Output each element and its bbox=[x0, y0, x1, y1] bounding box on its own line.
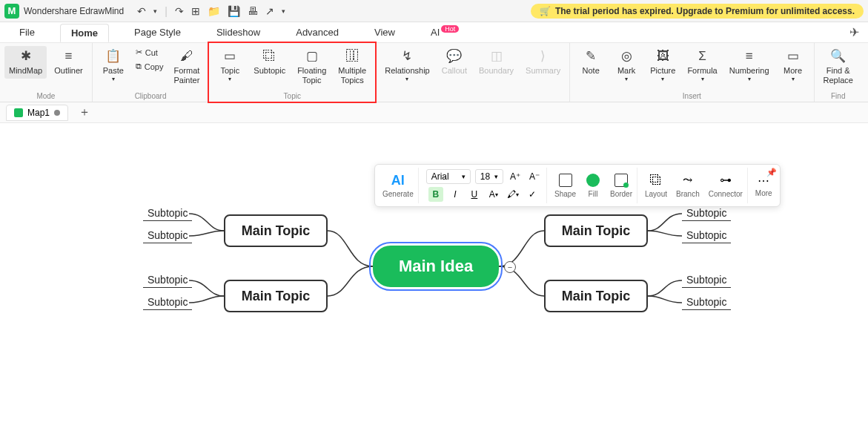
doc-tab-label: Map1 bbox=[27, 108, 50, 118]
numbering-button[interactable]: ≡Numbering▾ bbox=[725, 46, 774, 85]
group-label-topic: Topic bbox=[284, 91, 301, 102]
subtopic-node[interactable]: Subtopic bbox=[143, 229, 192, 243]
floating-topic-button[interactable]: ▢ Floating Topic bbox=[293, 46, 331, 88]
font-family-select[interactable]: Arial▾ bbox=[426, 169, 471, 184]
add-tab-button[interactable]: ＋ bbox=[74, 105, 95, 120]
font-color-button[interactable]: A▾ bbox=[486, 187, 501, 202]
topic-icon: ▭ bbox=[224, 49, 236, 64]
floating-toolbar: 📌 AI Generate Arial▾ 18▾ A⁺ A⁻ B I U A▾ … bbox=[374, 164, 781, 207]
cart-icon: 🛒 bbox=[540, 6, 551, 16]
relationship-button[interactable]: ↯ Relationship ▾ bbox=[380, 46, 434, 85]
find-replace-icon: 🔍 bbox=[830, 49, 846, 64]
picture-icon: 🖼 bbox=[657, 49, 669, 64]
trial-banner[interactable]: 🛒 The trial period has expired. Upgrade … bbox=[531, 4, 864, 19]
unsaved-indicator-icon bbox=[54, 110, 60, 116]
send-feedback-icon[interactable]: ✈ bbox=[849, 25, 859, 39]
paste-button[interactable]: 📋 Paste ▾ bbox=[97, 46, 130, 85]
main-topic-node[interactable]: Main Topic bbox=[544, 280, 648, 312]
canvas[interactable]: Main Idea − Main Topic Main Topic Main T… bbox=[0, 123, 868, 434]
outliner-mode-button[interactable]: ≡ Outliner bbox=[50, 46, 87, 79]
outliner-icon: ≡ bbox=[65, 49, 73, 64]
main-topic-node[interactable]: Main Topic bbox=[224, 280, 328, 312]
menu-view[interactable]: View bbox=[364, 24, 405, 41]
note-icon: ✎ bbox=[586, 49, 596, 64]
layout-icon[interactable]: ⿻ bbox=[650, 174, 662, 187]
subtopic-node[interactable]: Subtopic bbox=[143, 296, 192, 310]
subtopic-node[interactable]: Subtopic bbox=[143, 207, 192, 221]
main-topic-node[interactable]: Main Topic bbox=[544, 214, 648, 247]
increase-font-button[interactable]: A⁺ bbox=[508, 169, 523, 184]
menu-ai[interactable]: AIHot bbox=[420, 24, 469, 41]
boundary-button: ◫ Boundary bbox=[474, 46, 518, 79]
collapse-handle[interactable]: − bbox=[504, 261, 516, 273]
save-icon[interactable]: 💾 bbox=[228, 5, 240, 17]
multiple-topics-button[interactable]: ⿲ Multiple Topics bbox=[334, 46, 371, 88]
subtopic-node[interactable]: Subtopic bbox=[682, 296, 731, 310]
pin-icon[interactable]: 📌 bbox=[766, 168, 777, 177]
app-name: Wondershare EdrawMind bbox=[24, 6, 124, 16]
main-topic-node[interactable]: Main Topic bbox=[224, 214, 328, 247]
trial-text: The trial period has expired. Upgrade to… bbox=[555, 6, 855, 16]
subtopic-node[interactable]: Subtopic bbox=[682, 207, 731, 221]
menu-file[interactable]: File bbox=[9, 24, 45, 41]
doc-tab-map1[interactable]: Map1 bbox=[6, 105, 68, 121]
main-idea-node[interactable]: Main Idea bbox=[373, 246, 499, 287]
ai-generate-icon[interactable]: AI bbox=[391, 173, 405, 188]
decrease-font-button[interactable]: A⁻ bbox=[527, 169, 542, 184]
print-icon[interactable]: 🖶 bbox=[248, 5, 258, 17]
open-icon[interactable]: 📁 bbox=[208, 5, 220, 17]
menu-slideshow[interactable]: Slideshow bbox=[206, 24, 271, 41]
redo-icon[interactable]: ↷ bbox=[175, 5, 184, 17]
subtopic-button[interactable]: ⿻ Subtopic bbox=[249, 46, 290, 79]
menu-advanced[interactable]: Advanced bbox=[285, 24, 349, 41]
bold-button[interactable]: B bbox=[428, 187, 443, 202]
find-replace-button[interactable]: 🔍 Find & Replace bbox=[819, 46, 858, 88]
subtopic-node[interactable]: Subtopic bbox=[682, 229, 731, 243]
highlight-button[interactable]: 🖍▾ bbox=[506, 187, 520, 202]
qat-dropdown-icon[interactable]: ▾ bbox=[282, 7, 285, 15]
more-button[interactable]: ▭More▾ bbox=[777, 46, 809, 85]
menu-bar: File Home Page Style Slideshow Advanced … bbox=[0, 22, 868, 43]
group-label-empty1 bbox=[471, 91, 474, 102]
clear-format-button[interactable]: ✓ bbox=[525, 187, 540, 202]
cut-button[interactable]: ✂Cut bbox=[133, 46, 167, 59]
underline-button[interactable]: U bbox=[467, 187, 482, 202]
undo-icon[interactable]: ↶ bbox=[137, 5, 146, 17]
ft-shape-group: Shape Fill Border bbox=[550, 168, 637, 203]
picture-button[interactable]: 🖼Picture▾ bbox=[646, 46, 680, 85]
connector-icon[interactable]: ⊶ bbox=[720, 173, 732, 187]
cut-icon: ✂ bbox=[136, 47, 142, 57]
ft-layout-group: ⿻ Layout ⤳ Branch ⊶ Connector bbox=[640, 168, 748, 203]
mark-icon: ◎ bbox=[621, 49, 632, 64]
format-painter-button[interactable]: 🖌 Format Painter bbox=[169, 46, 204, 88]
shape-button[interactable] bbox=[559, 174, 572, 187]
topic-button[interactable]: ▭ Topic ▾ bbox=[213, 46, 246, 85]
fill-button[interactable] bbox=[586, 174, 600, 187]
group-label-mode: Mode bbox=[36, 91, 55, 102]
formula-button[interactable]: ΣFormula▾ bbox=[683, 46, 721, 85]
mindmap-mode-button[interactable]: ✱ MindMap bbox=[4, 46, 47, 79]
export-icon[interactable]: ↗ bbox=[265, 5, 274, 17]
undo-dropdown-icon[interactable]: ▾ bbox=[153, 7, 157, 15]
italic-button[interactable]: I bbox=[448, 187, 463, 202]
more-icon: ▭ bbox=[787, 49, 799, 64]
paste-icon: 📋 bbox=[105, 49, 121, 64]
ribbon-group-relations: ↯ Relationship ▾ 💬 Callout ◫ Boundary ⟩ … bbox=[376, 43, 570, 102]
multiple-topics-icon: ⿲ bbox=[346, 49, 359, 64]
font-size-select[interactable]: 18▾ bbox=[475, 169, 503, 184]
subtopic-node[interactable]: Subtopic bbox=[143, 274, 192, 288]
branch-icon[interactable]: ⤳ bbox=[683, 173, 692, 187]
callout-icon: 💬 bbox=[446, 49, 462, 64]
subtopic-node[interactable]: Subtopic bbox=[682, 274, 731, 288]
ribbon-group-mode: ✱ MindMap ≡ Outliner Mode bbox=[0, 43, 93, 102]
ft-font-group: Arial▾ 18▾ A⁺ A⁻ B I U A▾ 🖍▾ ✓ bbox=[422, 168, 547, 203]
copy-button[interactable]: ⧉Copy bbox=[133, 60, 167, 73]
border-button[interactable] bbox=[614, 174, 628, 187]
mark-button[interactable]: ◎Mark▾ bbox=[610, 46, 643, 85]
summary-button: ⟩ Summary bbox=[521, 46, 565, 79]
new-icon[interactable]: ⊞ bbox=[191, 5, 200, 17]
note-button[interactable]: ✎Note bbox=[574, 46, 607, 79]
menu-page-style[interactable]: Page Style bbox=[124, 24, 191, 41]
menu-home[interactable]: Home bbox=[60, 24, 109, 42]
document-tabs: Map1 ＋ bbox=[0, 102, 868, 123]
